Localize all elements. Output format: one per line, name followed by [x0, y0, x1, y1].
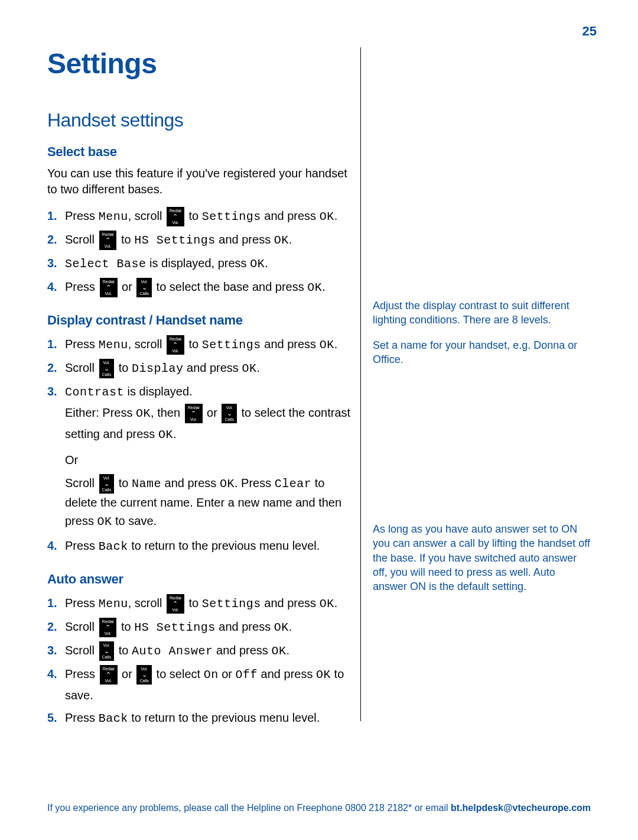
step-3-alt: Scroll Vol.⌄Calls to Name and press OK. … — [65, 474, 351, 531]
or-text: Or — [65, 451, 351, 469]
up-button-icon: Redial⌃Vol. — [167, 594, 184, 614]
step-4: 4. Press Redial⌃Vol. or Vol.⌄Calls to se… — [47, 664, 351, 705]
page-title: Settings — [47, 47, 351, 80]
steps-auto-answer: 1. Press Menu, scroll Redial⌃Vol. to Set… — [47, 593, 351, 729]
step-1: 1. Press Menu, scroll Redial⌃Vol. to Set… — [47, 334, 351, 355]
step-4: 4. Press Redial⌃Vol. or Vol.⌄Calls to se… — [47, 277, 351, 298]
sidenote-name: Set a name for your handset, e.g. Donna … — [373, 338, 591, 367]
step-4: 4. Press Back to return to the previous … — [47, 536, 351, 557]
down-button-icon: Vol.⌄Calls — [99, 641, 115, 661]
step-2: 2. Scroll Redial⌃Vol. to HS Settings and… — [47, 229, 351, 251]
sidenote-contrast: Adjust the display contrast to suit diff… — [373, 299, 591, 327]
heading-auto-answer: Auto answer — [47, 572, 351, 587]
down-button-icon: Vol.⌄Calls — [136, 665, 152, 685]
up-button-icon: Redial⌃Vol. — [99, 231, 117, 250]
down-button-icon: Vol.⌄Calls — [99, 474, 115, 494]
steps-display-contrast: 1. Press Menu, scroll Redial⌃Vol. to Set… — [47, 334, 351, 557]
step-3: 3. Contrast is displayed. Either: Press … — [47, 381, 351, 531]
page-content: Settings Handset settings Select base Yo… — [47, 47, 591, 721]
heading-select-base: Select base — [47, 144, 351, 160]
up-button-icon: Redial⌃Vol. — [100, 278, 118, 297]
footer: If you experience any problems, please c… — [0, 803, 638, 813]
step-3: 3. Scroll Vol.⌄Calls to Auto Answer and … — [47, 640, 351, 661]
sidenote-auto-answer: As long as you have auto answer set to O… — [373, 522, 591, 593]
down-button-icon: Vol.⌄Calls — [136, 278, 152, 297]
main-column: Settings Handset settings Select base Yo… — [47, 47, 360, 721]
up-button-icon: Redial⌃Vol. — [167, 207, 184, 226]
subtitle: Handset settings — [47, 109, 351, 131]
step-5: 5. Press Back to return to the previous … — [47, 708, 351, 729]
heading-display-contrast: Display contrast / Handset name — [47, 313, 351, 328]
footer-email: bt.helpdesk@vtecheurope.com — [451, 803, 591, 813]
step-1: 1. Press Menu, scroll Redial⌃Vol. to Set… — [47, 206, 351, 227]
page-number: 25 — [582, 24, 597, 39]
up-button-icon: Redial⌃Vol. — [167, 335, 184, 355]
up-button-icon: Redial⌃Vol. — [100, 665, 118, 685]
step-1: 1. Press Menu, scroll Redial⌃Vol. to Set… — [47, 593, 351, 614]
sidebar: Adjust the display contrast to suit diff… — [360, 47, 591, 721]
down-button-icon: Vol.⌄Calls — [99, 359, 115, 378]
up-button-icon: Redial⌃Vol. — [99, 618, 117, 637]
step-3: 3. Select Base is displayed, press OK. — [47, 253, 351, 274]
step-2: 2. Scroll Redial⌃Vol. to HS Settings and… — [47, 617, 351, 638]
down-button-icon: Vol.⌄Calls — [222, 404, 237, 423]
step-2: 2. Scroll Vol.⌄Calls to Display and pres… — [47, 358, 351, 379]
up-button-icon: Redial⌃Vol. — [185, 404, 203, 423]
steps-select-base: 1. Press Menu, scroll Redial⌃Vol. to Set… — [47, 206, 351, 298]
intro-select-base: You can use this feature if you've regis… — [47, 166, 351, 197]
